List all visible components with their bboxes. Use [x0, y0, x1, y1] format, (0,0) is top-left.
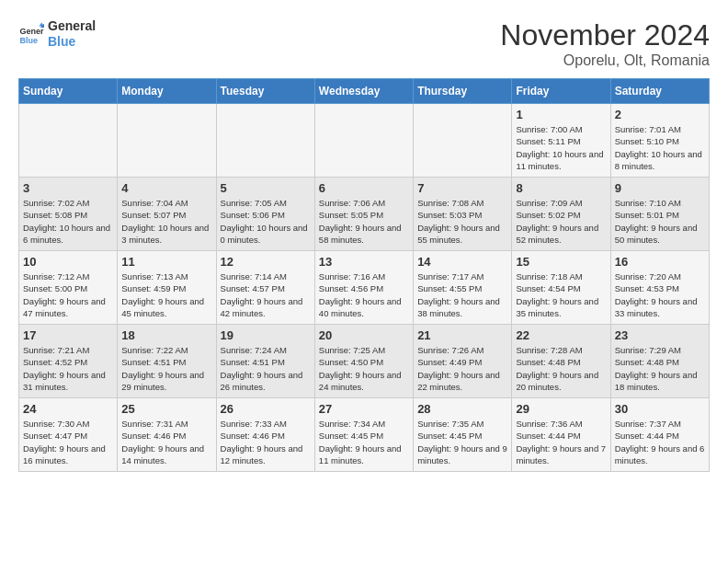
- page-header: General Blue General Blue November 2024 …: [18, 18, 710, 69]
- calendar-day-cell: 19Sunrise: 7:24 AM Sunset: 4:51 PM Dayli…: [216, 325, 314, 398]
- day-number: 9: [615, 181, 705, 195]
- calendar-day-cell: 23Sunrise: 7:29 AM Sunset: 4:48 PM Dayli…: [610, 325, 709, 398]
- day-info: Sunrise: 7:34 AM Sunset: 4:45 PM Dayligh…: [319, 418, 409, 466]
- day-info: Sunrise: 7:10 AM Sunset: 5:01 PM Dayligh…: [615, 197, 705, 246]
- calendar-day-cell: 25Sunrise: 7:31 AM Sunset: 4:46 PM Dayli…: [118, 398, 216, 472]
- calendar-day-cell: 9Sunrise: 7:10 AM Sunset: 5:01 PM Daylig…: [610, 178, 709, 251]
- day-number: 22: [516, 328, 606, 342]
- calendar-day-cell: 22Sunrise: 7:28 AM Sunset: 4:48 PM Dayli…: [512, 325, 610, 398]
- logo: General Blue General Blue: [18, 18, 96, 50]
- calendar-day-cell: 24Sunrise: 7:30 AM Sunset: 4:47 PM Dayli…: [19, 398, 118, 472]
- calendar-week-row: 17Sunrise: 7:21 AM Sunset: 4:52 PM Dayli…: [19, 325, 710, 398]
- day-info: Sunrise: 7:06 AM Sunset: 5:05 PM Dayligh…: [319, 197, 409, 246]
- day-number: 25: [121, 402, 211, 416]
- day-of-week-header: Sunday: [19, 79, 118, 104]
- day-number: 27: [319, 402, 409, 416]
- day-number: 23: [615, 328, 705, 342]
- calendar-day-cell: [216, 104, 314, 178]
- day-info: Sunrise: 7:22 AM Sunset: 4:51 PM Dayligh…: [121, 344, 211, 393]
- day-number: 1: [516, 108, 606, 121]
- logo-icon: General Blue: [18, 21, 44, 47]
- calendar-day-cell: [414, 104, 512, 178]
- calendar-body: 1Sunrise: 7:00 AM Sunset: 5:11 PM Daylig…: [19, 104, 710, 472]
- day-number: 11: [121, 255, 211, 269]
- calendar-day-cell: 5Sunrise: 7:05 AM Sunset: 5:06 PM Daylig…: [216, 178, 314, 251]
- calendar-day-cell: 10Sunrise: 7:12 AM Sunset: 5:00 PM Dayli…: [19, 251, 118, 325]
- day-info: Sunrise: 7:08 AM Sunset: 5:03 PM Dayligh…: [417, 197, 507, 246]
- day-info: Sunrise: 7:26 AM Sunset: 4:49 PM Dayligh…: [417, 344, 507, 393]
- calendar-week-row: 1Sunrise: 7:00 AM Sunset: 5:11 PM Daylig…: [19, 104, 710, 178]
- calendar-day-cell: 15Sunrise: 7:18 AM Sunset: 4:54 PM Dayli…: [512, 251, 610, 325]
- logo-blue-text: Blue: [48, 34, 96, 50]
- day-number: 8: [516, 181, 606, 195]
- calendar-day-cell: 12Sunrise: 7:14 AM Sunset: 4:57 PM Dayli…: [216, 251, 314, 325]
- day-number: 14: [417, 255, 507, 269]
- calendar-week-row: 3Sunrise: 7:02 AM Sunset: 5:08 PM Daylig…: [19, 178, 710, 251]
- day-number: 7: [417, 181, 507, 195]
- svg-text:Blue: Blue: [19, 36, 38, 45]
- day-info: Sunrise: 7:33 AM Sunset: 4:46 PM Dayligh…: [221, 418, 311, 466]
- calendar-day-cell: 30Sunrise: 7:37 AM Sunset: 4:44 PM Dayli…: [610, 398, 709, 472]
- calendar-day-cell: 4Sunrise: 7:04 AM Sunset: 5:07 PM Daylig…: [118, 178, 216, 251]
- day-info: Sunrise: 7:30 AM Sunset: 4:47 PM Dayligh…: [23, 418, 113, 466]
- calendar-day-cell: 3Sunrise: 7:02 AM Sunset: 5:08 PM Daylig…: [19, 178, 118, 251]
- day-of-week-header: Wednesday: [314, 79, 413, 104]
- day-info: Sunrise: 7:12 AM Sunset: 5:00 PM Dayligh…: [23, 270, 113, 319]
- day-of-week-header: Monday: [118, 79, 216, 104]
- day-number: 12: [221, 255, 311, 269]
- day-info: Sunrise: 7:28 AM Sunset: 4:48 PM Dayligh…: [516, 344, 606, 393]
- day-info: Sunrise: 7:29 AM Sunset: 4:48 PM Dayligh…: [615, 344, 705, 393]
- calendar-day-cell: [118, 104, 216, 178]
- day-number: 24: [23, 402, 113, 416]
- calendar-day-cell: 17Sunrise: 7:21 AM Sunset: 4:52 PM Dayli…: [19, 325, 118, 398]
- day-number: 4: [121, 181, 211, 195]
- day-number: 26: [221, 402, 311, 416]
- calendar-day-cell: 6Sunrise: 7:06 AM Sunset: 5:05 PM Daylig…: [314, 178, 413, 251]
- logo-general-text: General: [48, 18, 96, 34]
- svg-text:General: General: [19, 27, 44, 36]
- day-info: Sunrise: 7:36 AM Sunset: 4:44 PM Dayligh…: [516, 418, 606, 466]
- day-info: Sunrise: 7:37 AM Sunset: 4:44 PM Dayligh…: [615, 418, 705, 466]
- day-info: Sunrise: 7:04 AM Sunset: 5:07 PM Dayligh…: [121, 197, 211, 246]
- day-number: 21: [417, 328, 507, 342]
- calendar-week-row: 10Sunrise: 7:12 AM Sunset: 5:00 PM Dayli…: [19, 251, 710, 325]
- calendar-week-row: 24Sunrise: 7:30 AM Sunset: 4:47 PM Dayli…: [19, 398, 710, 472]
- day-info: Sunrise: 7:00 AM Sunset: 5:11 PM Dayligh…: [516, 123, 606, 172]
- day-number: 29: [516, 402, 606, 416]
- day-number: 28: [417, 402, 507, 416]
- calendar-day-cell: 14Sunrise: 7:17 AM Sunset: 4:55 PM Dayli…: [414, 251, 512, 325]
- location: Oporelu, Olt, Romania: [500, 52, 710, 69]
- calendar-day-cell: 16Sunrise: 7:20 AM Sunset: 4:53 PM Dayli…: [610, 251, 709, 325]
- day-number: 10: [23, 255, 113, 269]
- day-of-week-header: Saturday: [610, 79, 709, 104]
- calendar-day-cell: 18Sunrise: 7:22 AM Sunset: 4:51 PM Dayli…: [118, 325, 216, 398]
- day-number: 19: [221, 328, 311, 342]
- calendar-day-cell: 20Sunrise: 7:25 AM Sunset: 4:50 PM Dayli…: [314, 325, 413, 398]
- day-number: 3: [23, 181, 113, 195]
- day-info: Sunrise: 7:31 AM Sunset: 4:46 PM Dayligh…: [121, 418, 211, 466]
- day-info: Sunrise: 7:05 AM Sunset: 5:06 PM Dayligh…: [221, 197, 311, 246]
- day-number: 6: [319, 181, 409, 195]
- day-info: Sunrise: 7:02 AM Sunset: 5:08 PM Dayligh…: [23, 197, 113, 246]
- day-info: Sunrise: 7:17 AM Sunset: 4:55 PM Dayligh…: [417, 270, 507, 319]
- day-number: 2: [615, 108, 705, 121]
- calendar-day-cell: 2Sunrise: 7:01 AM Sunset: 5:10 PM Daylig…: [610, 104, 709, 178]
- calendar-day-cell: 7Sunrise: 7:08 AM Sunset: 5:03 PM Daylig…: [414, 178, 512, 251]
- calendar-header-row: SundayMondayTuesdayWednesdayThursdayFrid…: [19, 79, 710, 104]
- calendar-day-cell: [19, 104, 118, 178]
- day-info: Sunrise: 7:01 AM Sunset: 5:10 PM Dayligh…: [615, 123, 705, 172]
- calendar-day-cell: [314, 104, 413, 178]
- day-info: Sunrise: 7:20 AM Sunset: 4:53 PM Dayligh…: [615, 270, 705, 319]
- day-info: Sunrise: 7:21 AM Sunset: 4:52 PM Dayligh…: [23, 344, 113, 393]
- day-number: 17: [23, 328, 113, 342]
- calendar-day-cell: 8Sunrise: 7:09 AM Sunset: 5:02 PM Daylig…: [512, 178, 610, 251]
- day-info: Sunrise: 7:13 AM Sunset: 4:59 PM Dayligh…: [121, 270, 211, 319]
- month-title: November 2024: [500, 18, 710, 52]
- day-info: Sunrise: 7:09 AM Sunset: 5:02 PM Dayligh…: [516, 197, 606, 246]
- day-number: 15: [516, 255, 606, 269]
- day-of-week-header: Thursday: [414, 79, 512, 104]
- calendar-day-cell: 11Sunrise: 7:13 AM Sunset: 4:59 PM Dayli…: [118, 251, 216, 325]
- day-info: Sunrise: 7:24 AM Sunset: 4:51 PM Dayligh…: [221, 344, 311, 393]
- title-block: November 2024 Oporelu, Olt, Romania: [500, 18, 710, 69]
- day-number: 13: [319, 255, 409, 269]
